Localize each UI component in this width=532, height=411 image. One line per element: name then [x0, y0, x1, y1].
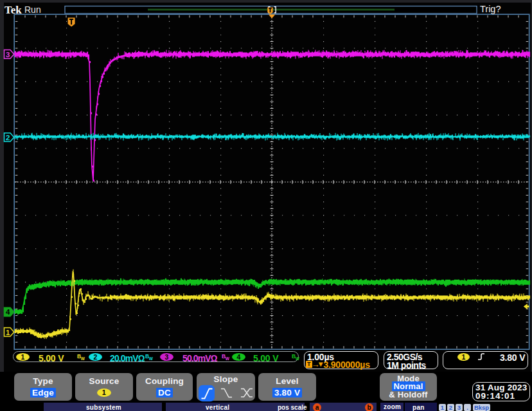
- svg-text:2: 2: [6, 134, 10, 142]
- svg-text:4: 4: [6, 308, 10, 316]
- svg-text:1: 1: [6, 329, 10, 336]
- svg-text:3: 3: [6, 51, 10, 59]
